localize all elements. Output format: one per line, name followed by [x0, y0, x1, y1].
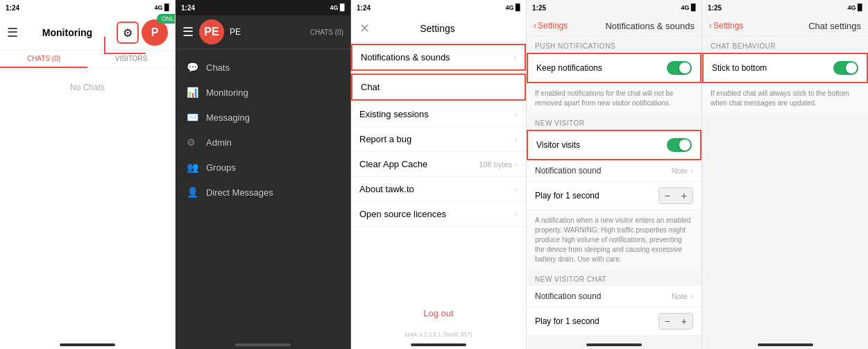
- push-notifications-desc: If enabled notifications for the chat wi…: [527, 83, 701, 114]
- keep-notifications-toggle[interactable]: [667, 61, 692, 75]
- stepper-minus[interactable]: −: [659, 188, 676, 203]
- open-source-label: Open source licences: [359, 209, 446, 219]
- direct-messages-icon: 👤: [187, 187, 199, 198]
- sidebar-admin-label: Admin: [206, 137, 339, 148]
- settings-item-clear-app-cache[interactable]: Clear App Cache 108 bytes ›: [351, 152, 526, 177]
- s1-header: ☰ Monitoring ⚙ P ONLINE: [0, 15, 175, 51]
- admin-icon: ⚙: [187, 137, 199, 148]
- sidebar-item-direct-messages[interactable]: 👤 Direct Messages: [176, 180, 350, 205]
- stick-to-bottom-row[interactable]: Stick to bottom: [702, 53, 868, 83]
- about-label: About tawk.to: [359, 184, 414, 194]
- s5-header: ‹ Settings Chat settings: [702, 15, 868, 37]
- status-bar-4: 1:25 4G ▉: [527, 0, 701, 15]
- sidebar-monitoring-label: Monitoring: [206, 87, 339, 98]
- play-stepper[interactable]: − +: [658, 187, 693, 204]
- status-bar-2: 1:24 4G ▉: [176, 0, 350, 15]
- new-visitor-desc: A notification when a new visitor enters…: [527, 210, 701, 270]
- settings-item-open-source[interactable]: Open source licences ›: [351, 202, 526, 227]
- status-bar-1: 1:24 4G ▉: [0, 0, 175, 15]
- notification-sound-label: Notification sound: [535, 166, 601, 176]
- no-chats-label: No Chats: [0, 69, 175, 106]
- settings-item-report-bug[interactable]: Report a bug ›: [351, 127, 526, 152]
- close-button[interactable]: ✕: [359, 21, 370, 36]
- sidebar-chats-badge: CHATS (0): [310, 28, 343, 36]
- chats-icon: 💬: [187, 62, 199, 73]
- screen5-chat-settings: 1:25 4G ▉ ‹ Settings Chat settings CHAT …: [702, 0, 868, 349]
- chevron-icon-4: ›: [515, 160, 518, 169]
- stepper-plus[interactable]: +: [676, 188, 692, 203]
- screen4-notifications: 1:25 4G ▉ ‹ Settings Notifications & sou…: [527, 0, 702, 349]
- online-badge: ONLINE: [157, 14, 176, 24]
- settings-item-chat[interactable]: Chat: [351, 74, 526, 101]
- screen1-monitoring: 1:24 4G ▉ ☰ Monitoring ⚙ P ONLINE CHATS …: [0, 0, 176, 349]
- version-label: tawk v.2.13.1 (build 357): [351, 328, 526, 341]
- chat-label: Chat: [361, 82, 380, 92]
- chevron-icon-2: ›: [515, 110, 518, 119]
- status-icons-2: 4G ▉: [330, 4, 345, 11]
- keep-notifications-row[interactable]: Keep notifications: [527, 53, 701, 83]
- keep-notifications-label: Keep notifications: [536, 63, 602, 73]
- play-for-label: Play for 1 second: [535, 191, 599, 201]
- status-bar-5: 1:25 4G ▉: [702, 0, 868, 15]
- time-4: 1:25: [532, 4, 546, 12]
- sidebar-direct-messages-label: Direct Messages: [206, 187, 339, 198]
- stick-to-bottom-toggle[interactable]: [833, 61, 858, 75]
- sidebar-item-chats[interactable]: 💬 Chats: [176, 55, 350, 80]
- chat-settings-title: Chat settings: [808, 21, 861, 31]
- note-chevron-icon: ›: [690, 166, 693, 176]
- hamburger-icon[interactable]: ☰: [7, 25, 18, 40]
- time-1: 1:24: [6, 4, 19, 12]
- log-out-button[interactable]: Log out: [351, 298, 526, 328]
- stick-to-bottom-label: Stick to bottom: [712, 63, 767, 73]
- groups-icon: 👥: [187, 162, 199, 173]
- settings-item-existing-sessions[interactable]: Existing sessions ›: [351, 102, 526, 127]
- back-chevron-icon-5: ‹: [709, 21, 712, 31]
- back-button-4[interactable]: ‹ Settings: [534, 21, 568, 31]
- visitor-visits-row[interactable]: Visitor visits: [527, 130, 701, 160]
- chevron-icon-6: ›: [515, 210, 518, 219]
- bottom-bar-5: [758, 343, 813, 346]
- chevron-icon-3: ›: [515, 135, 518, 144]
- sidebar-item-monitoring[interactable]: 📊 Monitoring: [176, 80, 350, 105]
- nvc-stepper-plus[interactable]: +: [676, 314, 692, 329]
- clear-cache-label: Clear App Cache: [359, 159, 427, 169]
- nvc-notification-sound-label: Notification sound: [535, 291, 601, 301]
- notification-sound-value: Note: [672, 167, 688, 175]
- nvc-stepper-minus[interactable]: −: [659, 314, 676, 329]
- screen3-settings: 1:24 4G ▉ ✕ Settings Notifications & sou…: [351, 0, 527, 349]
- nvc-stepper[interactable]: − +: [658, 313, 693, 330]
- nvc-play-label: Play for 1 second: [535, 316, 599, 326]
- settings-item-notifications-sounds[interactable]: Notifications & sounds ›: [351, 44, 526, 71]
- nvc-notification-sound-row[interactable]: Notification sound Note ›: [527, 286, 701, 307]
- settings-item-about[interactable]: About tawk.to ›: [351, 177, 526, 202]
- when-app-open-label: When app is open: [527, 336, 701, 341]
- sidebar-item-admin[interactable]: ⚙ Admin: [176, 130, 350, 155]
- time-2: 1:24: [181, 4, 195, 12]
- notification-sound-row[interactable]: Notification sound Note ›: [527, 160, 701, 182]
- status-icons-1: 4G ▉: [154, 4, 169, 11]
- sidebar-hamburger-icon[interactable]: ☰: [182, 24, 194, 40]
- settings-title: Settings: [370, 23, 505, 34]
- visitor-visits-label: Visitor visits: [536, 140, 580, 150]
- report-bug-label: Report a bug: [359, 134, 411, 144]
- sidebar-groups-label: Groups: [206, 162, 339, 173]
- sidebar-item-messaging[interactable]: ✉️ Messaging: [176, 105, 350, 130]
- sidebar-user-info: PE: [230, 27, 241, 37]
- tab-chats[interactable]: CHATS (0): [0, 51, 87, 68]
- sidebar-username: PE: [230, 27, 241, 37]
- new-visitor-chat-header: NEW VISITOR CHAT: [527, 270, 701, 286]
- notifications-page-title: Notifications & sounds: [605, 21, 695, 31]
- sidebar-menu: 💬 Chats 📊 Monitoring ✉️ Messaging ⚙ Admi…: [176, 49, 350, 210]
- annotation-arrow: [104, 37, 146, 54]
- visitor-visits-toggle[interactable]: [667, 138, 692, 152]
- sidebar-item-groups[interactable]: 👥 Groups: [176, 155, 350, 180]
- toggle-knob: [679, 62, 690, 74]
- push-notifications-header: PUSH NOTIFICATIONS: [527, 37, 701, 53]
- back-button-5[interactable]: ‹ Settings: [709, 21, 743, 31]
- messaging-icon: ✉️: [187, 112, 199, 123]
- s4-header: ‹ Settings Notifications & sounds: [527, 15, 701, 37]
- notifications-sounds-label: Notifications & sounds: [361, 52, 450, 62]
- nvc-chevron-icon: ›: [690, 291, 693, 301]
- s2-sidebar-header: ☰ PE PE CHATS (0): [176, 15, 350, 49]
- status-icons-3: 4G ▉: [505, 4, 520, 11]
